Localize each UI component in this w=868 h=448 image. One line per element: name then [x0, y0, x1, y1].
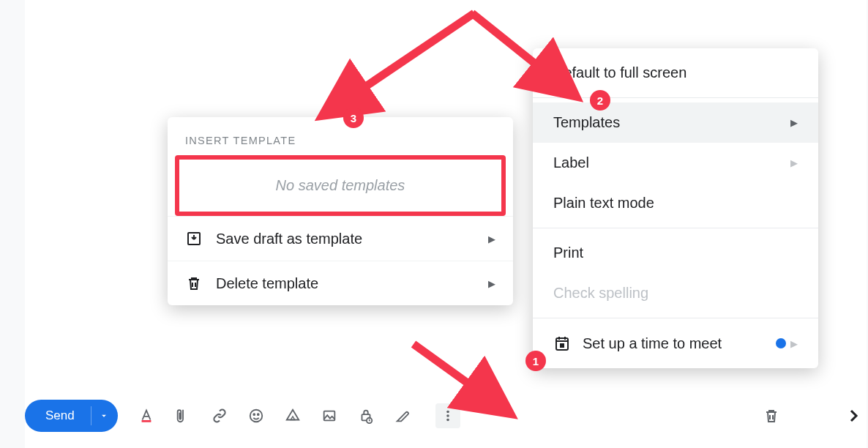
- more-options-button[interactable]: [435, 403, 460, 428]
- menu-item-save-draft-template[interactable]: Save draft as template ▶: [168, 216, 513, 261]
- trash-icon: [763, 407, 780, 425]
- discard-draft-button[interactable]: [763, 407, 780, 428]
- menu-item-label: Set up a time to meet: [583, 335, 722, 352]
- svg-point-8: [446, 419, 449, 422]
- menu-item-label: Check spelling: [553, 285, 648, 302]
- menu-item-plain-text[interactable]: Plain text mode: [533, 183, 818, 223]
- drive-icon[interactable]: [283, 406, 302, 425]
- annotation-highlight-box: No saved templates: [175, 155, 506, 216]
- new-feature-dot-icon: [776, 338, 786, 348]
- templates-submenu: INSERT TEMPLATE No saved templates Save …: [168, 117, 513, 305]
- annotation-badge-1: 1: [525, 351, 546, 371]
- link-icon[interactable]: [210, 406, 229, 425]
- signature-icon[interactable]: [393, 406, 412, 425]
- menu-divider: [533, 228, 818, 228]
- emoji-icon[interactable]: [247, 406, 266, 425]
- more-vertical-icon: [440, 408, 456, 424]
- submenu-arrow-icon: ▶: [790, 157, 798, 168]
- more-options-menu: Default to full screen Templates ▶ Label…: [533, 48, 818, 368]
- menu-item-print[interactable]: Print: [533, 233, 818, 273]
- caret-down-icon: [99, 411, 109, 421]
- expand-toolbar-button[interactable]: [845, 407, 862, 428]
- annotation-badge-3: 3: [343, 108, 364, 128]
- menu-item-label: Print: [553, 244, 583, 261]
- menu-item-setup-meet[interactable]: Set up a time to meet ▶: [533, 323, 818, 364]
- svg-point-0: [250, 410, 262, 422]
- svg-point-1: [253, 414, 255, 415]
- menu-divider: [533, 97, 818, 98]
- menu-item-label[interactable]: Label ▶: [533, 143, 818, 183]
- menu-divider: [533, 318, 818, 318]
- annotation-badge-2: 2: [590, 90, 610, 111]
- submenu-header: INSERT TEMPLATE: [168, 124, 513, 152]
- svg-rect-10: [561, 344, 564, 347]
- menu-item-label: Templates: [553, 114, 620, 131]
- download-box-icon: [185, 230, 203, 247]
- send-button-group: Send: [25, 400, 118, 432]
- compose-toolbar: Send: [25, 400, 460, 432]
- svg-rect-3: [323, 411, 334, 421]
- menu-item-label: Default to full screen: [553, 64, 686, 81]
- send-more-button[interactable]: [91, 406, 118, 425]
- menu-item-check-spelling: Check spelling: [533, 273, 818, 313]
- svg-point-7: [446, 414, 449, 417]
- submenu-arrow-icon: ▶: [488, 234, 495, 244]
- submenu-arrow-icon: ▶: [790, 117, 798, 128]
- menu-item-default-fullscreen[interactable]: Default to full screen: [533, 53, 818, 93]
- attach-icon[interactable]: [173, 406, 192, 425]
- confidential-icon[interactable]: [356, 406, 375, 425]
- menu-item-label: Label: [553, 154, 589, 171]
- chevron-right-icon: [845, 407, 862, 425]
- calendar-icon: [553, 335, 571, 352]
- svg-point-2: [258, 414, 259, 415]
- menu-item-templates[interactable]: Templates ▶: [533, 102, 818, 143]
- menu-item-delete-template[interactable]: Delete template ▶: [168, 261, 513, 305]
- menu-item-label: Plain text mode: [553, 195, 654, 212]
- new-feature-dot-icon: [454, 402, 462, 409]
- trash-icon: [185, 275, 203, 292]
- submenu-arrow-icon: ▶: [488, 278, 495, 289]
- no-saved-templates-text: No saved templates: [179, 160, 501, 212]
- submenu-arrow-icon: ▶: [790, 338, 798, 349]
- send-button[interactable]: Send: [25, 400, 91, 432]
- menu-item-label: Delete template: [216, 275, 318, 292]
- toolbar-icons: [137, 403, 460, 428]
- menu-item-label: Save draft as template: [216, 231, 362, 247]
- svg-point-6: [446, 411, 449, 414]
- format-icon[interactable]: [137, 406, 156, 425]
- image-icon[interactable]: [320, 406, 339, 425]
